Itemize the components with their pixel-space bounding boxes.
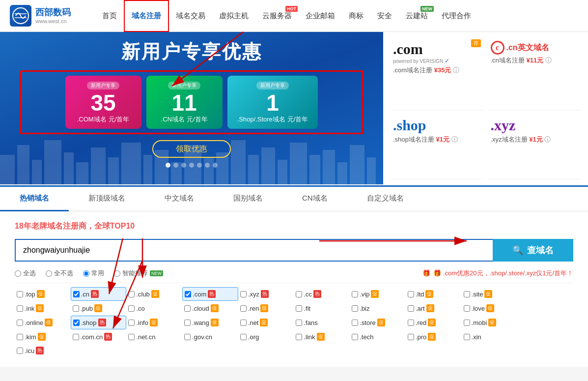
opt-pub[interactable]: .pub 促	[71, 302, 127, 315]
domain-card-cn[interactable]: c .cn英文域名 .cn域名注册 ¥11元 ⓘ	[488, 37, 581, 111]
opt-xyz[interactable]: .xyz 热	[238, 287, 294, 301]
opt-ink[interactable]: .ink 促	[15, 302, 71, 315]
tab-custom[interactable]: 自定义域名	[347, 187, 423, 211]
opt-online[interactable]: .online 促	[15, 316, 71, 329]
domain-options-row5: .icu 热	[15, 344, 573, 357]
dot-6[interactable]	[205, 163, 210, 168]
promo-text: 🎁 🎁 .com优惠20元，.shop/.store/.xyz仅1元/首年！	[422, 269, 573, 278]
coupon-shop-label: .Shop/.Store域名 元/首年	[237, 115, 308, 124]
opt-netcn[interactable]: .net.cn	[126, 330, 182, 343]
domain-card-xyz[interactable]: .xyz .xyz域名注册 ¥1元 ⓘ	[488, 113, 581, 180]
opt-icu[interactable]: .icu 热	[15, 344, 71, 357]
nav-item-cloud-server[interactable]: 云服务器 HOT	[255, 0, 299, 32]
opt-ren[interactable]: .ren 促	[238, 302, 294, 315]
main-nav: 首页 域名注册 域名交易 虚拟主机 云服务器 HOT 企业邮箱 商标 安全 云建…	[95, 0, 478, 32]
tabs: 热销域名 新顶级域名 中文域名 国别域名 CN域名 自定义域名	[0, 187, 588, 211]
logo[interactable]: 西部数码 www.west.cn	[10, 5, 71, 27]
opt-biz[interactable]: .biz	[350, 302, 406, 315]
opt-kim[interactable]: .kim 促	[15, 330, 71, 343]
banner-title: 新用户专享优惠	[20, 39, 364, 64]
dot-7[interactable]	[213, 163, 218, 168]
opt-com[interactable]: .com 热	[182, 287, 238, 301]
search-btn[interactable]: 🔍 查域名	[493, 239, 573, 262]
nav-item-email[interactable]: 企业邮箱	[299, 0, 342, 32]
nav-item-domain-trade[interactable]: 域名交易	[169, 0, 212, 32]
get-discount-btn[interactable]: 领取优惠	[152, 140, 231, 158]
opt-wang[interactable]: .wang 促	[182, 316, 238, 329]
opt-art[interactable]: .art 促	[406, 302, 462, 315]
nav-item-trademark[interactable]: 商标	[342, 0, 370, 32]
nav-item-home[interactable]: 首页	[95, 0, 124, 32]
opt-club[interactable]: .club 促	[126, 287, 182, 301]
dot-4[interactable]	[189, 163, 194, 168]
tab-country-domain[interactable]: 国别域名	[214, 187, 282, 211]
nav-item-cloud-site[interactable]: 云建站 NEW	[399, 0, 435, 32]
opt-empty2	[517, 302, 573, 315]
opt-cloud[interactable]: .cloud 促	[182, 302, 238, 315]
coupon-com-price: 35	[75, 91, 132, 114]
opt-vip[interactable]: .vip 促	[350, 287, 406, 301]
banner-right: 荐 .com powered by VERISIGN ✓ .com域名注册 ¥3…	[383, 32, 588, 184]
opt-tech[interactable]: .tech	[350, 330, 406, 343]
opt-link[interactable]: .link 促	[294, 330, 350, 343]
opt-xin[interactable]: .xin	[462, 330, 518, 343]
dot-2[interactable]	[173, 163, 178, 168]
radio-row: 全选 全不选 常用 智能推荐 NEW 🎁 🎁 .com优惠20元，.shop/.…	[15, 269, 573, 278]
new-tag: NEW	[150, 270, 163, 276]
opt-ltd[interactable]: .ltd 促	[406, 287, 462, 301]
main-content: 18年老牌域名注册商，全球TOP10 🔍 查域名 全选 全不选 常用 智能推荐 …	[0, 211, 588, 367]
opt-net[interactable]: .net 促	[238, 316, 294, 329]
hot-badge: HOT	[285, 6, 298, 12]
coupon-cn-tag: 新用户专享	[168, 82, 200, 89]
radio-select-all[interactable]: 全选	[15, 269, 36, 278]
opt-comcn[interactable]: .com.cn 热	[71, 330, 127, 343]
domain-card-com[interactable]: 荐 .com powered by VERISIGN ✓ .com域名注册 ¥3…	[391, 37, 483, 111]
opt-pro[interactable]: .pro 促	[406, 330, 462, 343]
opt-info[interactable]: .info 促	[126, 316, 182, 329]
logo-en: www.west.cn	[35, 18, 71, 24]
opt-mobi[interactable]: .mobi 促	[462, 316, 518, 329]
tab-hot-domain[interactable]: 热销域名	[0, 187, 69, 211]
domain-card-shop[interactable]: .shop .shop域名注册 ¥1元 ⓘ	[391, 113, 483, 180]
opt-cn[interactable]: .cn 热	[71, 287, 127, 301]
opt-govcn[interactable]: .gov.cn	[182, 330, 238, 343]
dot-5[interactable]	[197, 163, 202, 168]
cn-logo: c .cn英文域名	[491, 41, 579, 55]
nav-item-domain-reg[interactable]: 域名注册	[124, 0, 169, 32]
opt-top[interactable]: .top 促	[15, 287, 71, 301]
coupon-shop: 新用户专享 1 .Shop/.Store域名 元/首年	[227, 76, 318, 129]
opt-cc[interactable]: .cc 热	[294, 287, 350, 301]
opt-store[interactable]: .store 促	[350, 316, 406, 329]
coupon-shop-tag: 新用户专享	[256, 82, 289, 89]
nav-item-agent[interactable]: 代理合作	[435, 0, 478, 32]
search-input[interactable]	[15, 239, 493, 262]
xyz-logo: .xyz	[491, 117, 579, 134]
radio-common[interactable]: 常用	[83, 269, 104, 278]
opt-fans[interactable]: .fans	[294, 316, 350, 329]
tab-cn-domain[interactable]: 中文域名	[145, 187, 214, 211]
coupon-cn-price: 11	[156, 91, 213, 114]
opt-co[interactable]: .co	[126, 302, 182, 315]
dot-1[interactable]	[166, 163, 170, 168]
nav-item-security[interactable]: 安全	[370, 0, 399, 32]
nav-item-virtual-host[interactable]: 虚拟主机	[212, 0, 255, 32]
header: 西部数码 www.west.cn 首页 域名注册 域名交易 虚拟主机 云服务器 …	[0, 0, 588, 32]
radio-select-none[interactable]: 全不选	[46, 269, 73, 278]
tab-new-tld[interactable]: 新顶级域名	[69, 187, 145, 211]
opt-red[interactable]: .red 促	[406, 316, 462, 329]
opt-fit[interactable]: .fit	[294, 302, 350, 315]
logo-svg	[12, 7, 29, 25]
shop-logo: .shop	[393, 117, 481, 134]
coupon-cn-label: .CN域名 元/首年	[156, 115, 213, 124]
com-badge: 荐	[471, 39, 481, 47]
tab-cn-only[interactable]: CN域名	[282, 187, 347, 211]
opt-org[interactable]: .org	[238, 330, 294, 343]
opt-site[interactable]: .site 促	[462, 287, 518, 301]
dot-3[interactable]	[181, 163, 186, 168]
radio-smart[interactable]: 智能推荐 NEW	[114, 269, 163, 278]
coupon-cn: 新用户专享 11 .CN域名 元/首年	[146, 76, 223, 129]
coupon-row: 新用户专享 35 .COM域名 元/首年 新用户专享 11 .CN域名	[20, 70, 364, 134]
opt-love[interactable]: .love 促	[462, 302, 518, 315]
opt-shop[interactable]: .shop 热	[71, 316, 127, 329]
logo-icon	[10, 5, 31, 27]
